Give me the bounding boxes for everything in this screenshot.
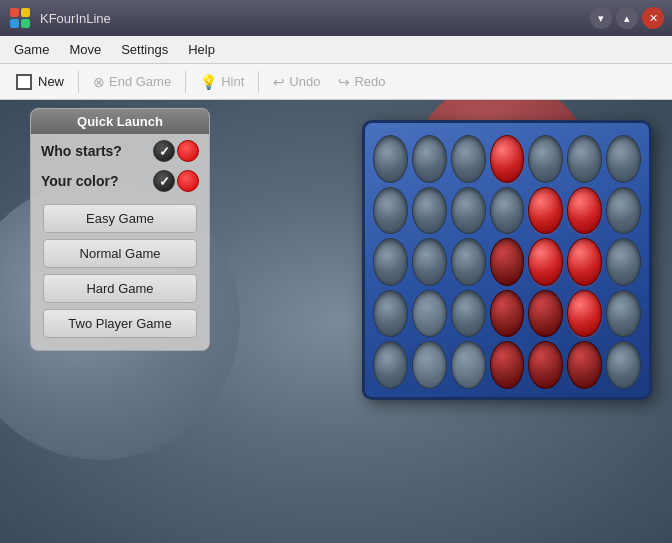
svg-rect-3 bbox=[21, 19, 30, 28]
end-game-label: End Game bbox=[109, 74, 171, 89]
board-container bbox=[362, 120, 652, 523]
game-board[interactable] bbox=[362, 120, 652, 400]
app-icon bbox=[8, 6, 32, 30]
close-icon: ✕ bbox=[649, 12, 658, 25]
title-bar: KFourInLine ▾ ▴ ✕ bbox=[0, 0, 672, 36]
toolbar: New ⊗ End Game 💡 Hint ↩ Undo ↪ Redo bbox=[0, 64, 672, 100]
main-area: Quick Launch Who starts? ✓ Your color? ✓… bbox=[0, 100, 672, 543]
board-cell[interactable] bbox=[567, 341, 602, 389]
board-cell[interactable] bbox=[373, 341, 408, 389]
toolbar-separator-2 bbox=[185, 71, 186, 93]
board-cell[interactable] bbox=[412, 290, 447, 338]
redo-button[interactable]: ↪ Redo bbox=[330, 70, 393, 94]
close-button[interactable]: ✕ bbox=[642, 7, 664, 29]
menu-bar: Game Move Settings Help bbox=[0, 36, 672, 64]
board-cell[interactable] bbox=[567, 135, 602, 183]
your-color-icons: ✓ bbox=[153, 170, 199, 192]
board-cell[interactable] bbox=[373, 290, 408, 338]
board-cell[interactable] bbox=[451, 135, 486, 183]
board-cell[interactable] bbox=[606, 341, 641, 389]
board-cell[interactable] bbox=[373, 187, 408, 235]
board-cell[interactable] bbox=[567, 187, 602, 235]
end-game-icon: ⊗ bbox=[93, 74, 105, 90]
board-cell[interactable] bbox=[528, 290, 563, 338]
board-cell[interactable] bbox=[490, 135, 525, 183]
toolbar-separator-3 bbox=[258, 71, 259, 93]
board-cell[interactable] bbox=[490, 238, 525, 286]
minimize-icon: ▾ bbox=[598, 12, 604, 25]
normal-game-button[interactable]: Normal Game bbox=[43, 239, 197, 268]
end-game-button[interactable]: ⊗ End Game bbox=[85, 70, 179, 94]
title-bar-controls[interactable]: ▾ ▴ ✕ bbox=[590, 7, 664, 29]
your-color-red-icon bbox=[177, 170, 199, 192]
who-starts-icons: ✓ bbox=[153, 140, 199, 162]
board-cell[interactable] bbox=[490, 290, 525, 338]
board-cell[interactable] bbox=[373, 135, 408, 183]
board-cell[interactable] bbox=[373, 238, 408, 286]
board-cell[interactable] bbox=[451, 187, 486, 235]
board-cell[interactable] bbox=[606, 290, 641, 338]
title-bar-left: KFourInLine bbox=[8, 6, 111, 30]
undo-icon: ↩ bbox=[273, 74, 285, 90]
window-title: KFourInLine bbox=[40, 11, 111, 26]
your-color-row: Your color? ✓ bbox=[31, 164, 209, 194]
toolbar-separator-1 bbox=[78, 71, 79, 93]
maximize-button[interactable]: ▴ bbox=[616, 7, 638, 29]
easy-game-button[interactable]: Easy Game bbox=[43, 204, 197, 233]
hint-icon: 💡 bbox=[200, 74, 217, 90]
board-cell[interactable] bbox=[490, 187, 525, 235]
maximize-icon: ▴ bbox=[624, 12, 630, 25]
new-label: New bbox=[38, 74, 64, 89]
menu-help[interactable]: Help bbox=[178, 38, 225, 61]
board-cell[interactable] bbox=[451, 238, 486, 286]
board-cell[interactable] bbox=[567, 290, 602, 338]
quick-launch-header: Quick Launch bbox=[31, 109, 209, 134]
board-cell[interactable] bbox=[567, 238, 602, 286]
board-cell[interactable] bbox=[490, 341, 525, 389]
who-starts-label: Who starts? bbox=[41, 143, 122, 159]
board-cell[interactable] bbox=[528, 238, 563, 286]
who-starts-row: Who starts? ✓ bbox=[31, 134, 209, 164]
board-cell[interactable] bbox=[412, 135, 447, 183]
two-player-game-button[interactable]: Two Player Game bbox=[43, 309, 197, 338]
board-cell[interactable] bbox=[412, 187, 447, 235]
redo-icon: ↪ bbox=[338, 74, 350, 90]
your-color-check-icon: ✓ bbox=[153, 170, 175, 192]
quick-launch-buttons: Easy Game Normal Game Hard Game Two Play… bbox=[31, 204, 209, 338]
new-checkbox-icon bbox=[16, 74, 32, 90]
svg-rect-0 bbox=[10, 8, 19, 17]
minimize-button[interactable]: ▾ bbox=[590, 7, 612, 29]
board-cell[interactable] bbox=[528, 187, 563, 235]
menu-settings[interactable]: Settings bbox=[111, 38, 178, 61]
undo-label: Undo bbox=[289, 74, 320, 89]
board-cell[interactable] bbox=[451, 290, 486, 338]
menu-move[interactable]: Move bbox=[59, 38, 111, 61]
hint-label: Hint bbox=[221, 74, 244, 89]
board-cell[interactable] bbox=[528, 135, 563, 183]
who-starts-red-icon bbox=[177, 140, 199, 162]
quick-launch-panel: Quick Launch Who starts? ✓ Your color? ✓… bbox=[30, 108, 210, 351]
board-cell[interactable] bbox=[412, 238, 447, 286]
redo-label: Redo bbox=[354, 74, 385, 89]
board-cell[interactable] bbox=[451, 341, 486, 389]
svg-rect-2 bbox=[10, 19, 19, 28]
your-color-label: Your color? bbox=[41, 173, 119, 189]
board-cell[interactable] bbox=[606, 135, 641, 183]
new-button[interactable]: New bbox=[8, 70, 72, 94]
board-cell[interactable] bbox=[606, 238, 641, 286]
board-cell[interactable] bbox=[528, 341, 563, 389]
board-cell[interactable] bbox=[412, 341, 447, 389]
who-starts-check-icon: ✓ bbox=[153, 140, 175, 162]
board-cell[interactable] bbox=[606, 187, 641, 235]
hard-game-button[interactable]: Hard Game bbox=[43, 274, 197, 303]
hint-button[interactable]: 💡 Hint bbox=[192, 70, 252, 94]
menu-game[interactable]: Game bbox=[4, 38, 59, 61]
undo-button[interactable]: ↩ Undo bbox=[265, 70, 328, 94]
svg-rect-1 bbox=[21, 8, 30, 17]
